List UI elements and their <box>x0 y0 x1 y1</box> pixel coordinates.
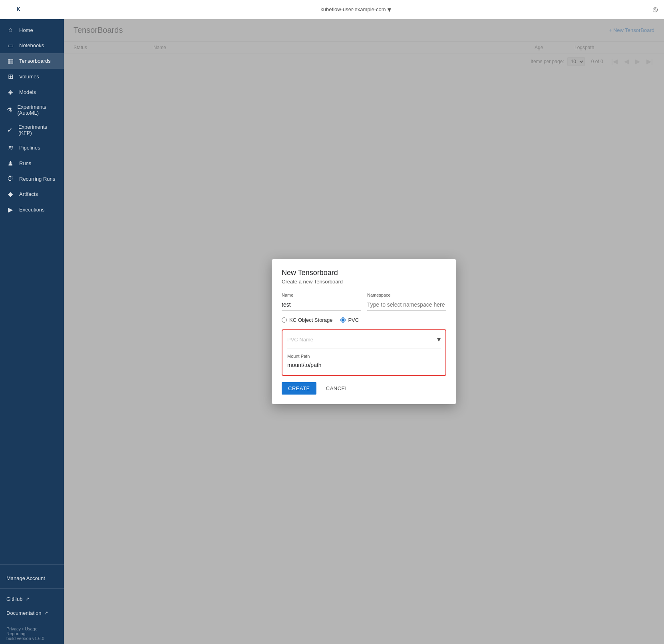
notebooks-icon: ▭ <box>6 42 14 49</box>
modal-overlay: New Tensorboard Create a new Tensorboard… <box>64 19 664 644</box>
github-label: GitHub <box>6 596 22 602</box>
topbar-right: ⎋ <box>653 5 658 14</box>
kubeflow-logo-text: Kubeflow <box>27 6 52 12</box>
pvc-option[interactable]: PVC <box>340 317 359 323</box>
models-icon: ◈ <box>6 88 14 96</box>
dialog-name-namespace-row: Name Namespace <box>282 293 446 311</box>
logo: K Kubeflow <box>6 0 59 20</box>
manage-account-label: Manage Account <box>6 575 45 581</box>
sidebar-item-label-pipelines: Pipelines <box>19 145 40 151</box>
sidebar-item-label-runs: Runs <box>19 160 31 166</box>
name-input[interactable] <box>282 299 361 311</box>
namespace-field: Namespace <box>367 293 446 311</box>
home-icon: ⌂ <box>6 26 14 34</box>
mount-path-label: Mount Path <box>287 354 441 359</box>
recurring-runs-icon: ⏱ <box>6 175 14 182</box>
pvc-radio[interactable] <box>340 317 346 323</box>
pvc-config-box: PVC Name ▾ Mount Path <box>282 329 446 376</box>
storage-type-radio-group: KC Object Storage PVC <box>282 317 446 323</box>
pvc-select-row: PVC Name ▾ <box>287 335 441 349</box>
name-label: Name <box>282 293 361 297</box>
runs-icon: ♟ <box>6 160 14 167</box>
namespace-dropdown-icon[interactable]: ▾ <box>388 5 391 14</box>
sidebar-item-label-executions: Executions <box>19 207 45 213</box>
sidebar-item-label-home: Home <box>19 27 33 33</box>
dialog-title: New Tensorboard <box>282 269 446 277</box>
topbar: K Kubeflow kubeflow-user-example-com ▾ ⎋ <box>0 0 664 19</box>
pipelines-icon: ≋ <box>6 144 14 152</box>
sidebar-item-label-artifacts: Artifacts <box>19 191 38 197</box>
sidebar-item-executions[interactable]: ▶ Executions <box>0 202 64 217</box>
sidebar-item-pipelines[interactable]: ≋ Pipelines <box>0 140 64 156</box>
sidebar-item-label-experiments-automl: Experiments (AutoML) <box>18 104 58 116</box>
create-button[interactable]: CREATE <box>282 382 316 395</box>
sidebar-item-label-models: Models <box>19 89 36 95</box>
sidebar-item-experiments-automl[interactable]: ⚗ Experiments (AutoML) <box>0 100 64 120</box>
build-version-text: build version v1.6.0 <box>6 636 44 641</box>
sidebar-item-label-experiments-kfp: Experiments (KFP) <box>18 124 58 136</box>
mount-path-input[interactable] <box>287 360 441 370</box>
sidebar-item-label-recurring-runs: Recurring Runs <box>19 176 55 182</box>
privacy-link[interactable]: Privacy <box>6 626 21 631</box>
sidebar-divider-1 <box>0 564 64 565</box>
tensorboards-icon: ▦ <box>6 57 14 65</box>
layout: ⌂ Home ▭ Notebooks ▦ Tensorboards ⊞ Volu… <box>0 19 664 644</box>
sidebar-item-recurring-runs[interactable]: ⏱ Recurring Runs <box>0 171 64 186</box>
sidebar-item-models[interactable]: ◈ Models <box>0 84 64 100</box>
sidebar-item-tensorboards[interactable]: ▦ Tensorboards <box>0 53 64 69</box>
sidebar-item-runs[interactable]: ♟ Runs <box>0 156 64 171</box>
sidebar-item-documentation[interactable]: Documentation ↗ <box>0 606 64 620</box>
sidebar-item-manage-account[interactable]: Manage Account <box>0 571 64 585</box>
experiments-kfp-icon: ✓ <box>6 126 14 134</box>
namespace-selector[interactable]: kubeflow-user-example-com ▾ <box>320 5 391 14</box>
volumes-icon: ⊞ <box>6 73 14 80</box>
sidebar-divider-2 <box>0 588 64 589</box>
namespace-label: kubeflow-user-example-com <box>320 6 386 12</box>
sidebar-item-label-tensorboards: Tensorboards <box>19 58 51 64</box>
cancel-button[interactable]: CANCEL <box>320 382 355 395</box>
sidebar-item-notebooks[interactable]: ▭ Notebooks <box>0 38 64 53</box>
sidebar-footer: Manage Account GitHub ↗ Documentation ↗ <box>0 568 64 623</box>
build-version: Privacy • Usage Reporting build version … <box>0 623 64 644</box>
sidebar-nav: ⌂ Home ▭ Notebooks ▦ Tensorboards ⊞ Volu… <box>0 19 64 561</box>
experiments-automl-icon: ⚗ <box>6 106 13 114</box>
sidebar-item-home[interactable]: ⌂ Home <box>0 22 64 38</box>
pvc-dropdown-icon[interactable]: ▾ <box>437 335 441 344</box>
sidebar-item-label-notebooks: Notebooks <box>19 42 44 48</box>
sidebar-item-label-volumes: Volumes <box>19 74 39 80</box>
dialog-subtitle: Create a new Tensorboard <box>282 279 446 285</box>
dialog-actions: CREATE CANCEL <box>282 382 446 395</box>
github-external-icon: ↗ <box>26 596 29 602</box>
sidebar-item-artifacts[interactable]: ◆ Artifacts <box>0 186 64 202</box>
artifacts-icon: ◆ <box>6 190 14 198</box>
name-field: Name <box>282 293 361 311</box>
documentation-external-icon: ↗ <box>44 610 48 616</box>
kc-object-storage-radio[interactable] <box>282 317 287 323</box>
logout-icon[interactable]: ⎋ <box>653 5 658 14</box>
topbar-left: K Kubeflow <box>6 0 59 20</box>
namespace-label: Namespace <box>367 293 446 297</box>
main-content: TensorBoards + New TensorBoard Status Na… <box>64 19 664 644</box>
new-tensorboard-dialog: New Tensorboard Create a new Tensorboard… <box>272 259 456 404</box>
sidebar-item-github[interactable]: GitHub ↗ <box>0 592 64 606</box>
documentation-label: Documentation <box>6 610 41 616</box>
namespace-input[interactable] <box>367 299 446 311</box>
pvc-label: PVC <box>348 317 359 323</box>
pvc-name-label: PVC Name <box>287 337 313 343</box>
sidebar-item-volumes[interactable]: ⊞ Volumes <box>0 69 64 84</box>
kubeflow-logo-icon: K <box>13 4 24 15</box>
kc-object-storage-option[interactable]: KC Object Storage <box>282 317 332 323</box>
sidebar-item-experiments-kfp[interactable]: ✓ Experiments (KFP) <box>0 120 64 140</box>
executions-icon: ▶ <box>6 206 14 213</box>
sidebar: ⌂ Home ▭ Notebooks ▦ Tensorboards ⊞ Volu… <box>0 19 64 644</box>
kc-object-storage-label: KC Object Storage <box>289 317 332 323</box>
mount-path-field: Mount Path <box>287 354 441 370</box>
